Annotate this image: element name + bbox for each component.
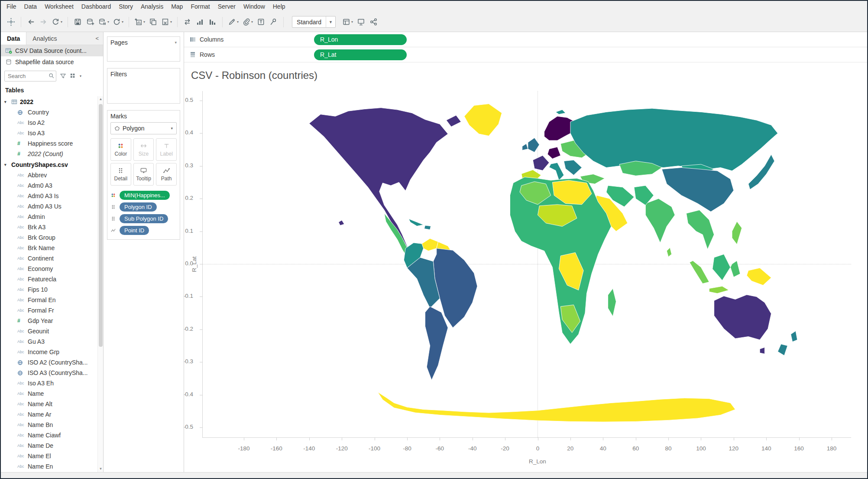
region-japan[interactable] (748, 154, 774, 189)
menu-item-format[interactable]: Format (187, 3, 214, 10)
field-name[interactable]: AbcName (1, 388, 97, 399)
field-geounit[interactable]: AbcGeounit (1, 326, 97, 336)
presentation-mode-button[interactable] (355, 16, 367, 29)
label-button[interactable]: Label (156, 138, 177, 161)
forward-button[interactable] (38, 16, 49, 29)
field-iso-a3[interactable]: AbcIso A3 (1, 128, 97, 138)
region-new-zealand-south[interactable] (778, 344, 788, 355)
sort-descending-button[interactable] (207, 16, 218, 29)
chevron-down-icon[interactable]: ▾ (80, 74, 81, 78)
menu-item-worksheet[interactable]: Worksheet (41, 3, 78, 10)
region-cuba[interactable] (409, 219, 424, 226)
show-mark-labels-button[interactable] (255, 16, 267, 29)
region-antarctica[interactable] (378, 392, 735, 422)
field-name-el[interactable]: AbcName El (1, 451, 97, 461)
region-russia[interactable] (570, 108, 778, 171)
region-philippines[interactable] (732, 222, 742, 244)
filters-shelf[interactable]: Filters (107, 68, 180, 104)
menu-item-analysis[interactable]: Analysis (137, 3, 167, 10)
field-economy[interactable]: AbcEconomy (1, 264, 97, 274)
field-name-bn[interactable]: AbcName Bn (1, 420, 97, 430)
region-united-kingdom[interactable] (528, 138, 539, 152)
filter-fields-icon[interactable] (60, 73, 66, 79)
field-gu-a3[interactable]: AbcGu A3 (1, 336, 97, 347)
region-argentina-chile[interactable] (425, 306, 448, 380)
field-iso-a2-countrysha[interactable]: ISO A2 (CountrySha... (1, 357, 97, 368)
plot-area[interactable]: R_Lon R_Lat -180-160-140-120-100-80-60-4… (202, 91, 851, 438)
region-new-guinea[interactable] (747, 268, 771, 285)
swap-rows-columns-button[interactable] (181, 16, 193, 29)
duplicate-sheet-button[interactable] (147, 16, 159, 29)
fix-axes-button[interactable] (268, 16, 279, 29)
region-australia[interactable] (714, 295, 771, 340)
pages-drop-area[interactable] (107, 47, 180, 61)
region-india[interactable] (645, 199, 675, 243)
region-java[interactable] (709, 286, 729, 293)
field-adm0-a3[interactable]: AbcAdm0 A3 (1, 180, 97, 191)
path-button[interactable]: Path (156, 163, 177, 186)
region-sumatra[interactable] (690, 261, 709, 283)
pill-r-lon[interactable]: R_Lon (314, 34, 407, 45)
share-workbook-button[interactable] (368, 16, 379, 29)
replay-button[interactable]: ▾ (50, 16, 64, 29)
region-southeast-asia[interactable] (687, 210, 714, 249)
detail-button[interactable]: Detail (110, 163, 131, 186)
region-france[interactable] (533, 156, 549, 171)
dropdown-caret-icon[interactable]: ▾ (143, 20, 145, 24)
field-name-de[interactable]: AbcName De (1, 440, 97, 451)
region-sulawesi[interactable] (730, 261, 740, 277)
scroll-up-icon[interactable]: ▲ (98, 96, 103, 102)
field-adm0-a3-is[interactable]: AbcAdm0 A3 Is (1, 191, 97, 201)
region-tasmania[interactable] (760, 347, 764, 354)
field-name-ciawf[interactable]: AbcName Ciawf (1, 430, 97, 440)
region-sri-lanka[interactable] (667, 248, 671, 257)
field-formal-fr[interactable]: AbcFormal Fr (1, 305, 97, 316)
dropdown-caret-icon[interactable]: ▾ (170, 20, 172, 24)
new-worksheet-button[interactable]: ▾ (133, 16, 146, 29)
group-members-button[interactable]: ▾ (241, 16, 254, 29)
field-happiness-score[interactable]: #Happiness score (1, 138, 97, 149)
menu-item-dashboard[interactable]: Dashboard (78, 3, 115, 10)
dropdown-caret-icon[interactable]: ▾ (251, 20, 253, 24)
pill-sub-polygon-id[interactable]: Sub Polygon ID (120, 214, 168, 223)
region-hispaniola[interactable] (424, 225, 431, 230)
field-iso-a3-countrysha[interactable]: ISO A3 (CountrySha... (1, 368, 97, 378)
field-name-ar[interactable]: AbcName Ar (1, 409, 97, 420)
field-iso-a3-eh[interactable]: AbcIso A3 Eh (1, 378, 97, 388)
fit-selector-value[interactable]: Standard (292, 19, 326, 26)
field-brk-a3[interactable]: AbcBrk A3 (1, 222, 97, 232)
mark-type-select[interactable]: Polygon ▾ (110, 122, 177, 134)
dropdown-caret-icon[interactable]: ▾ (351, 20, 353, 24)
menu-item-map[interactable]: Map (167, 3, 187, 10)
field-country[interactable]: Country (1, 107, 97, 117)
pill-polygon-id[interactable]: Polygon ID (120, 202, 157, 212)
tooltip-button[interactable]: Tooltip (133, 163, 154, 186)
menu-item-data[interactable]: Data (20, 3, 41, 10)
field-admin[interactable]: AbcAdmin (1, 212, 97, 222)
region-baffin-island[interactable] (446, 115, 461, 127)
collapse-caret-icon[interactable]: ▾ (4, 100, 9, 104)
region-venezuela[interactable] (422, 238, 438, 251)
dropdown-caret-icon[interactable]: ▾ (61, 20, 62, 24)
region-hawaii[interactable] (339, 220, 344, 225)
region-madagascar[interactable] (608, 289, 616, 316)
size-button[interactable]: Size (133, 138, 154, 161)
dropdown-caret-icon[interactable]: ▾ (237, 20, 239, 24)
chevron-down-icon[interactable]: ▾ (171, 126, 173, 130)
color-button[interactable]: Color (110, 138, 131, 161)
region-greenland[interactable] (464, 104, 502, 136)
pause-auto-updates-button[interactable]: ▾ (97, 16, 110, 29)
region-ireland[interactable] (522, 144, 528, 150)
region-china[interactable] (662, 168, 734, 212)
region-germany[interactable] (547, 147, 560, 159)
menu-item-story[interactable]: Story (115, 3, 137, 10)
region-balkans[interactable] (564, 160, 582, 175)
field-iso-a2[interactable]: AbcIso A2 (1, 117, 97, 128)
field-continent[interactable]: AbcContinent (1, 253, 97, 264)
datasource-shapefile-data-source[interactable]: Shapefile data source (1, 56, 103, 68)
region-borneo[interactable] (713, 254, 730, 280)
field-gdp-year[interactable]: #Gdp Year (1, 316, 97, 326)
region-svalbard[interactable] (556, 110, 566, 114)
scrollbar-thumb[interactable] (99, 104, 103, 347)
region-north-america[interactable] (309, 108, 448, 254)
